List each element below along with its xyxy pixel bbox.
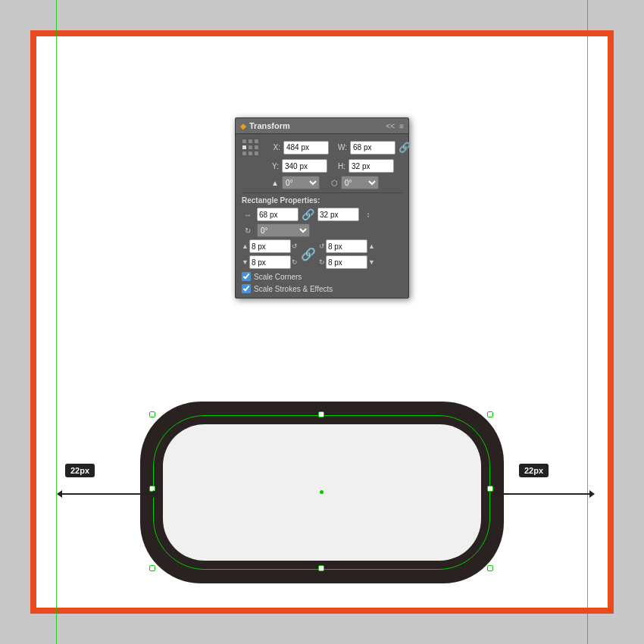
arrow-right-group (493, 490, 595, 498)
corner-radius-group: ▲ ↺ ▼ ↻ 🔗 ↺ (242, 239, 402, 269)
scale-strokes-row[interactable]: Scale Strokes & Effects (242, 284, 402, 293)
arrow-head-right-outer (589, 490, 595, 498)
handle-tr[interactable] (487, 411, 493, 417)
skew-select[interactable]: 0° (341, 176, 379, 189)
panel-body: X: W: 🔗 Y: H: ▲ 0° 90° 180° (236, 134, 408, 298)
link-corners-icon[interactable]: 🔗 (301, 247, 316, 261)
x-input[interactable] (283, 141, 329, 155)
rect-rotation-row: ↻ 0° (242, 224, 402, 237)
center-dot (320, 490, 324, 494)
arrow-head-left-inner (493, 490, 499, 498)
w-input[interactable] (350, 141, 395, 155)
corner-tl-indicator: ↺ (292, 242, 298, 250)
y-input[interactable] (282, 159, 327, 173)
panel-controls[interactable]: << ≡ (386, 122, 404, 130)
rect-props-label: Rectangle Properties: (242, 196, 402, 205)
panel-title: Transform (249, 121, 290, 130)
h-label: H: (330, 162, 345, 170)
panel-header[interactable]: ◆ Transform << ≡ (236, 118, 408, 134)
handle-rm[interactable] (487, 486, 493, 492)
scale-corners-label: Scale Corners (254, 273, 302, 281)
left-corners: ▲ ↺ ▼ ↻ (242, 239, 298, 269)
scale-corners-row[interactable]: Scale Corners (242, 272, 402, 281)
rect-height-input[interactable] (317, 208, 359, 221)
corner-tr-input[interactable] (326, 239, 367, 253)
arrow-shaft-left (62, 493, 153, 495)
measure-badge-left: 22px (65, 464, 95, 477)
corner-tr-indicator: ↺ (319, 242, 325, 250)
divider (242, 192, 402, 193)
reference-grid[interactable] (242, 139, 259, 156)
x-label: X: (265, 143, 280, 152)
corner-bl-input[interactable] (249, 255, 291, 269)
angle-skew-row: ▲ 0° 90° 180° 270° ⬡ 0° (242, 176, 402, 189)
rect-rotation-select[interactable]: 0° (257, 224, 310, 237)
scale-corners-checkbox[interactable] (242, 272, 251, 281)
scale-strokes-checkbox[interactable] (242, 284, 251, 293)
arrow-left-group (57, 490, 158, 498)
canvas: 22px 22px ◆ Transform << ≡ (0, 0, 644, 644)
corner-bl-up[interactable]: ▼ (242, 258, 249, 266)
collapse-button[interactable]: << (386, 122, 395, 130)
arrow-shaft-right (499, 493, 589, 495)
link-wh-icon[interactable]: 🔗 (302, 208, 314, 220)
yw-row: Y: H: (242, 159, 402, 173)
rect-width-input[interactable] (257, 208, 299, 221)
handle-br[interactable] (487, 565, 493, 571)
skew-label: ⬡ (323, 179, 338, 187)
w-label: W: (332, 143, 347, 152)
lock-icon[interactable]: 🔗 (399, 142, 411, 153)
xy-row: X: W: 🔗 (242, 139, 402, 156)
corner-bl: ▼ ↻ (242, 255, 298, 269)
h-input[interactable] (349, 159, 394, 173)
handle-tl[interactable] (149, 411, 155, 417)
angle-label: ▲ (264, 179, 279, 187)
handle-tm[interactable] (318, 411, 324, 417)
corner-tr: ↺ ▲ (319, 239, 375, 253)
measure-badge-right: 22px (519, 464, 549, 477)
panel-title-group: ◆ Transform (240, 121, 290, 130)
handle-bl[interactable] (149, 565, 155, 571)
corner-br: ↻ ▼ (319, 255, 375, 269)
right-corners: ↺ ▲ ↻ ▼ (319, 239, 375, 269)
transform-panel: ◆ Transform << ≡ (235, 117, 409, 299)
corner-tl: ▲ ↺ (242, 239, 298, 253)
corner-br-input[interactable] (326, 255, 367, 269)
rotation-icon: ↻ (242, 227, 254, 235)
handle-bm[interactable] (318, 565, 324, 571)
diamond-icon: ◆ (240, 122, 246, 130)
arrow-head-right-inner (153, 490, 158, 498)
arrow-head-left-outer (57, 490, 62, 498)
corner-bl-indicator: ↻ (292, 258, 298, 266)
corner-tl-up[interactable]: ▲ (242, 242, 249, 250)
corner-tl-input[interactable] (249, 239, 291, 253)
menu-button[interactable]: ≡ (399, 122, 404, 130)
width-icon: ↔ (242, 211, 254, 219)
corner-tr-up[interactable]: ▲ (368, 242, 375, 250)
corner-br-up[interactable]: ▼ (368, 258, 375, 266)
angle-select[interactable]: 0° 90° 180° 270° (282, 176, 320, 189)
y-label: Y: (264, 162, 279, 170)
corner-br-indicator: ↻ (319, 258, 325, 266)
rect-wh-row: ↔ 🔗 ↕ (242, 208, 402, 221)
height-icon: ↕ (362, 211, 374, 219)
scale-strokes-label: Scale Strokes & Effects (254, 285, 333, 293)
